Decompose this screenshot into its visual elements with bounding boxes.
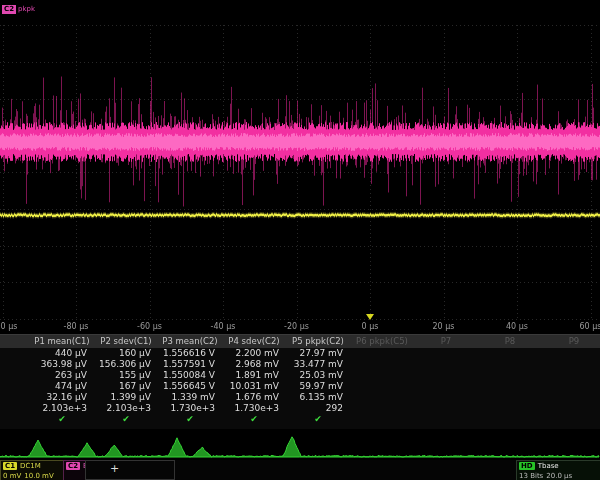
- measurement-header[interactable]: P8: [478, 335, 542, 348]
- measurement-status-check: [478, 414, 542, 425]
- channel2-desc-badge: C2: [66, 462, 80, 470]
- measurement-header[interactable]: P7: [414, 335, 478, 348]
- measurement-header[interactable]: P3 mean(C2): [158, 335, 222, 348]
- measurement-value: 160 µV: [94, 348, 158, 359]
- measurement-value: [542, 348, 600, 359]
- measurement-value: [350, 381, 414, 392]
- measurement-value: 1.556645 V: [158, 381, 222, 392]
- measurement-header[interactable]: P2 sdev(C1): [94, 335, 158, 348]
- trend-display: [0, 430, 600, 460]
- measurement-value: [542, 359, 600, 370]
- measurement-value: 59.97 mV: [286, 381, 350, 392]
- measurement-value: 2.103e+3: [94, 403, 158, 414]
- measurement-value: 1.891 mV: [222, 370, 286, 381]
- measurement-value: 2.103e+3: [30, 403, 94, 414]
- measurement-value: [478, 348, 542, 359]
- timebase-descriptor[interactable]: HD Tbase 13 Bits 20.0 µs: [516, 460, 600, 480]
- measurement-value: 1.550084 V: [158, 370, 222, 381]
- hd-mode-badge[interactable]: HD: [519, 462, 535, 470]
- measurement-header[interactable]: P9: [542, 335, 600, 348]
- measurement-value: [414, 403, 478, 414]
- measurement-value: 156.306 µV: [94, 359, 158, 370]
- measurement-value: 440 µV: [30, 348, 94, 359]
- measurement-value: 2.200 mV: [222, 348, 286, 359]
- measurement-row: 474 µV167 µV1.556645 V10.031 mV59.97 mV: [0, 381, 600, 392]
- measurement-value: [414, 348, 478, 359]
- measurement-value: [350, 359, 414, 370]
- measurement-value: 1.556616 V: [158, 348, 222, 359]
- time-axis-label: -20 µs: [284, 322, 309, 331]
- timebase-label: Tbase: [538, 462, 559, 470]
- measurement-value: 27.97 mV: [286, 348, 350, 359]
- measurement-status-check: ✔: [286, 414, 350, 425]
- oscilloscope-screen: C2 pkpk -100 µs-80 µs-60 µs-40 µs-20 µs0…: [0, 0, 600, 480]
- channel1-descriptor[interactable]: C1 DC1M 0 mV 10.0 mV: [0, 460, 66, 480]
- measurement-header-row: P1 mean(C1)P2 sdev(C1)P3 mean(C2)P4 sdev…: [0, 334, 600, 348]
- measurement-row: 440 µV160 µV1.556616 V2.200 mV27.97 mV: [0, 348, 600, 359]
- measurement-value: 2.968 mV: [222, 359, 286, 370]
- measurement-value: 292: [286, 403, 350, 414]
- selected-trace-tag: C2 pkpk: [2, 5, 35, 14]
- measurement-value: 1.557591 V: [158, 359, 222, 370]
- measurement-row: 363.98 µV156.306 µV1.557591 V2.968 mV33.…: [0, 359, 600, 370]
- measurement-row: 263 µV155 µV1.550084 V1.891 mV25.03 mV: [0, 370, 600, 381]
- measurement-value: 25.03 mV: [286, 370, 350, 381]
- measurement-value: [414, 359, 478, 370]
- cursor-readout-box[interactable]: +: [85, 460, 175, 480]
- measurement-header[interactable]: P4 sdev(C2): [222, 335, 286, 348]
- cursor-plus-marker[interactable]: +: [110, 463, 119, 475]
- measurement-value: [478, 392, 542, 403]
- measurement-value: [542, 381, 600, 392]
- measurement-value: 6.135 mV: [286, 392, 350, 403]
- channel2-tag-label: pkpk: [18, 5, 35, 14]
- channel1-offset: 0 mV: [3, 472, 21, 480]
- measurement-status-check: [350, 414, 414, 425]
- measurement-header[interactable]: P6 pkpk(C5): [350, 335, 414, 348]
- measurement-value: [542, 403, 600, 414]
- measurement-value: [350, 403, 414, 414]
- measurement-row: 32.16 µV1.399 µV1.339 mV1.676 mV6.135 mV: [0, 392, 600, 403]
- measurement-value: 32.16 µV: [30, 392, 94, 403]
- measurement-header[interactable]: P5 pkpk(C2): [286, 335, 350, 348]
- measurement-value: 1.399 µV: [94, 392, 158, 403]
- measurement-value: 1.339 mV: [158, 392, 222, 403]
- time-axis-label: 0 µs: [362, 322, 379, 331]
- measurement-value: 1.730e+3: [158, 403, 222, 414]
- time-axis-label: -40 µs: [211, 322, 236, 331]
- measurement-value: [350, 392, 414, 403]
- measurement-status-check: [542, 414, 600, 425]
- measurement-value: [478, 403, 542, 414]
- measurement-value: 33.477 mV: [286, 359, 350, 370]
- timebase-resolution: 13 Bits: [519, 472, 543, 480]
- measurement-value: 363.98 µV: [30, 359, 94, 370]
- measurement-value: [478, 359, 542, 370]
- channel1-badge: C1: [3, 462, 17, 470]
- time-axis-label: -60 µs: [137, 322, 162, 331]
- channel1-scale: 10.0 mV: [24, 472, 53, 480]
- measurement-status-check: ✔: [94, 414, 158, 425]
- measurement-value: 474 µV: [30, 381, 94, 392]
- measurement-value: [414, 392, 478, 403]
- time-axis-label: 20 µs: [433, 322, 455, 331]
- measurement-value: [350, 370, 414, 381]
- measurement-value: [478, 381, 542, 392]
- measurement-value: [478, 370, 542, 381]
- channel2-badge: C2: [2, 5, 16, 14]
- measurement-status-check: ✔: [158, 414, 222, 425]
- measurement-value: 1.676 mV: [222, 392, 286, 403]
- measurement-value: 167 µV: [94, 381, 158, 392]
- measurement-value: 263 µV: [30, 370, 94, 381]
- measurement-header[interactable]: P1 mean(C1): [30, 335, 94, 348]
- time-axis-label: -80 µs: [64, 322, 89, 331]
- measurement-value: [414, 381, 478, 392]
- waveform-display: [0, 0, 600, 324]
- measurement-table: P1 mean(C1)P2 sdev(C1)P3 mean(C2)P4 sdev…: [0, 334, 600, 429]
- timebase-scale: 20.0 µs: [546, 472, 572, 480]
- measurement-value: 155 µV: [94, 370, 158, 381]
- measurement-status-row: ✔✔✔✔✔: [0, 414, 600, 425]
- time-axis-label: 60 µs: [580, 322, 600, 331]
- measurement-status-check: [414, 414, 478, 425]
- trigger-time-marker[interactable]: [366, 314, 374, 320]
- measurement-value: 1.730e+3: [222, 403, 286, 414]
- time-axis: -100 µs-80 µs-60 µs-40 µs-20 µs0 µs20 µs…: [0, 321, 600, 334]
